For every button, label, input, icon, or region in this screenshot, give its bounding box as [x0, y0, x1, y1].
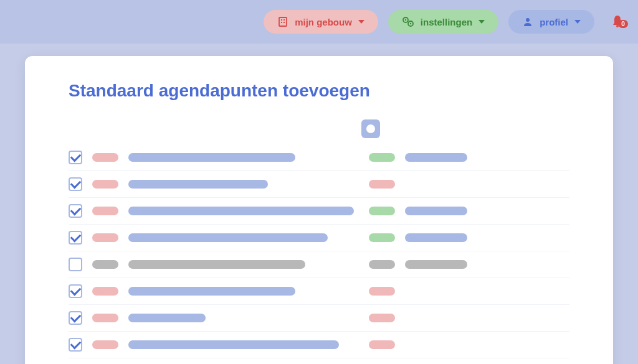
topbar: mijn gebouw instellingen profiel 0 [0, 0, 638, 44]
table-row [69, 331, 569, 358]
svg-rect-0 [279, 17, 287, 26]
checkbox[interactable] [69, 338, 82, 352]
chevron-down-icon [478, 20, 485, 24]
label-cell [128, 180, 359, 189]
table-rows [69, 144, 569, 364]
svg-rect-2 [283, 19, 285, 21]
end-chip [405, 207, 467, 215]
checkbox[interactable] [69, 204, 82, 218]
item-label-placeholder [128, 180, 268, 189]
main: Standaard agendapunten toevoegen [0, 44, 638, 364]
table-row [69, 304, 569, 331]
svg-rect-1 [281, 19, 282, 21]
status-chip [369, 314, 395, 322]
chevron-down-icon [358, 20, 364, 24]
table-header [69, 119, 569, 144]
notification-count: 0 [618, 20, 628, 28]
status-chip [369, 153, 395, 162]
svg-rect-4 [283, 22, 285, 23]
end-chip [405, 153, 467, 162]
end-chip [405, 260, 467, 269]
gear-icon [402, 16, 414, 27]
svg-point-8 [410, 23, 411, 24]
building-icon [277, 16, 288, 27]
label-cell [128, 233, 359, 242]
item-label-placeholder [128, 153, 295, 162]
checkbox[interactable] [69, 284, 82, 298]
tag-chip [92, 340, 118, 349]
label-cell [128, 260, 359, 269]
table-row [69, 224, 569, 251]
instellingen-label: instellingen [421, 17, 472, 27]
item-label-placeholder [128, 314, 206, 322]
checkbox[interactable] [69, 311, 82, 325]
checkbox[interactable] [69, 231, 82, 245]
circle-icon [366, 124, 375, 133]
instellingen-button[interactable]: instellingen [388, 10, 498, 34]
profiel-button[interactable]: profiel [508, 10, 594, 34]
svg-rect-3 [281, 22, 282, 23]
item-label-placeholder [128, 207, 354, 215]
table-row [69, 251, 569, 278]
item-label-placeholder [128, 233, 328, 242]
checkbox[interactable] [69, 258, 82, 271]
status-chip [369, 340, 395, 349]
checkbox[interactable] [69, 177, 82, 191]
checkbox[interactable] [69, 151, 82, 164]
table-row [69, 170, 569, 197]
item-label-placeholder [128, 287, 295, 296]
tag-chip [92, 314, 118, 322]
label-cell [128, 340, 359, 349]
column-header-icon[interactable] [361, 119, 380, 138]
tag-chip [92, 287, 118, 296]
status-chip [369, 287, 395, 296]
status-chip [369, 260, 395, 269]
tag-chip [92, 260, 118, 269]
item-label-placeholder [128, 340, 339, 349]
tag-chip [92, 207, 118, 215]
tag-chip [92, 153, 118, 162]
tag-chip [92, 233, 118, 242]
mijn-gebouw-button[interactable]: mijn gebouw [264, 10, 378, 34]
label-cell [128, 314, 359, 322]
card: Standaard agendapunten toevoegen [25, 56, 613, 364]
status-chip [369, 233, 395, 242]
svg-point-6 [405, 19, 406, 21]
tag-chip [92, 180, 118, 189]
mijn-gebouw-label: mijn gebouw [295, 17, 352, 27]
status-chip [369, 207, 395, 215]
user-icon [522, 16, 533, 27]
notifications-button[interactable]: 0 [609, 14, 626, 30]
end-chip [405, 233, 467, 242]
label-cell [128, 287, 359, 296]
table-row [69, 278, 569, 304]
svg-point-9 [526, 18, 530, 22]
table-row [69, 197, 569, 224]
chevron-down-icon [574, 20, 581, 24]
page-title: Standaard agendapunten toevoegen [69, 81, 569, 101]
label-cell [128, 207, 359, 215]
status-chip [369, 180, 395, 189]
item-label-placeholder [128, 260, 305, 269]
profiel-label: profiel [540, 17, 568, 27]
table-row [69, 358, 569, 364]
label-cell [128, 153, 359, 162]
table-row [69, 144, 569, 170]
